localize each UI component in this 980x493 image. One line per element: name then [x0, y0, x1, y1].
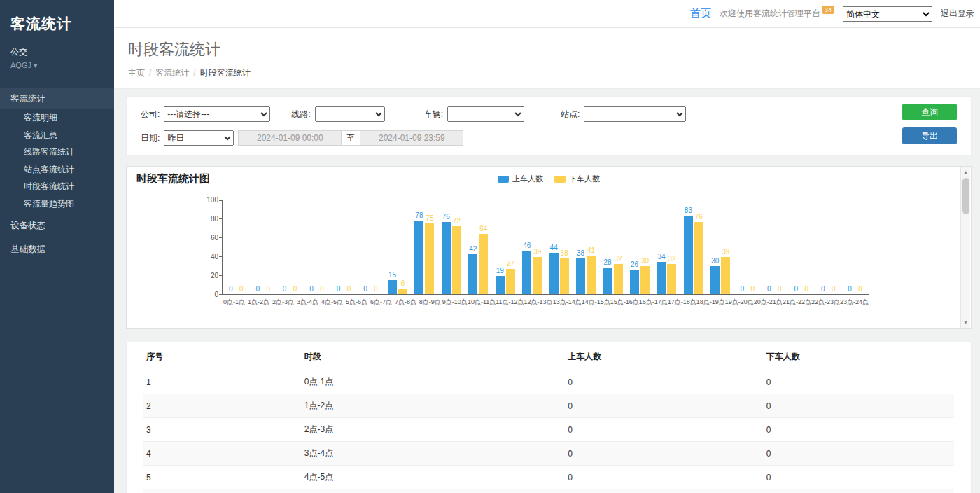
alighting-bar[interactable]: [425, 223, 434, 294]
org-label: 公交: [0, 34, 114, 58]
alighting-bar[interactable]: [452, 226, 461, 294]
boarding-bar[interactable]: [468, 254, 477, 294]
bar-value-label: 15: [388, 272, 396, 279]
bar-wrap: 39: [533, 200, 542, 294]
table-cell: 2: [144, 394, 302, 418]
alighting-bar[interactable]: [587, 256, 596, 294]
alighting-bar[interactable]: [614, 264, 623, 294]
bar-group-0: 00: [223, 200, 249, 294]
data-table-panel: 序号时段上车人数下车人数 10点-1点0021点-2点0032点-3点0043点…: [126, 342, 972, 493]
sidebar-item-0-2[interactable]: 线路客流统计: [0, 144, 114, 161]
boarding-bar[interactable]: [414, 221, 424, 294]
bar-value-label: 64: [479, 225, 487, 232]
bar-value-label: 0: [832, 286, 836, 293]
export-button[interactable]: 导出: [902, 127, 957, 144]
alighting-bar[interactable]: [667, 264, 676, 294]
sidebar-item-0-4[interactable]: 时段客流统计: [0, 178, 114, 195]
sidebar-item-0-5[interactable]: 客流量趋势图: [0, 195, 114, 213]
alighting-bar[interactable]: [694, 222, 704, 294]
language-select[interactable]: 简体中文: [843, 6, 932, 22]
sidebar-section-2[interactable]: 基础数据: [0, 239, 114, 260]
date-preset-select[interactable]: 昨日: [164, 130, 234, 146]
bar-group-11: 4639: [519, 200, 545, 294]
boarding-bar[interactable]: [684, 216, 693, 294]
bar-wrap: 0: [846, 200, 855, 294]
x-axis-label-6: 6点-7点: [369, 298, 393, 307]
boarding-bar[interactable]: [630, 270, 639, 294]
alighting-bar[interactable]: [640, 266, 650, 295]
boarding-bar[interactable]: [550, 253, 559, 294]
start-date-input[interactable]: [238, 130, 342, 146]
table-row-4: 54点-5点00: [144, 466, 954, 489]
boarding-bar[interactable]: [496, 276, 505, 294]
company-select[interactable]: ---请选择---: [164, 106, 270, 122]
legend-item-0[interactable]: 上车人数: [498, 174, 543, 184]
boarding-bar[interactable]: [522, 251, 531, 294]
bar-group-13: 3841: [573, 200, 599, 294]
boarding-bar[interactable]: [388, 280, 397, 294]
bar-value-label: 0: [767, 286, 771, 293]
bar-value-label: 78: [415, 212, 423, 219]
legend-item-1[interactable]: 下车人数: [554, 174, 600, 184]
sidebar-item-0-0[interactable]: 客流明细: [0, 109, 114, 127]
alighting-bar[interactable]: [721, 257, 730, 294]
scroll-down-icon[interactable]: ▼: [961, 318, 970, 328]
column-header-2: 上车人数: [565, 344, 764, 370]
station-label: 站点:: [561, 109, 580, 120]
boarding-bar[interactable]: [710, 266, 720, 295]
end-date-input[interactable]: [360, 130, 463, 146]
notification-badge[interactable]: 34: [822, 6, 834, 14]
line-select[interactable]: [315, 106, 385, 122]
bar-group-9: 4264: [465, 200, 491, 294]
table-row-3: 43点-4点00: [144, 442, 954, 466]
sidebar-section-0[interactable]: 客流统计: [0, 88, 114, 109]
y-axis-label: 20: [193, 272, 218, 279]
bar-wrap: 0: [253, 200, 262, 294]
boarding-bar[interactable]: [603, 268, 612, 294]
bar-wrap: 32: [667, 200, 676, 294]
chart-x-axis: 0点-1点1点-2点2点-3点3点-4点4点-5点5点-6点6点-7点7点-8点…: [222, 298, 869, 307]
sidebar: 客流统计 公交 AQGJ ▾ 客流统计客流明细客流汇总线路客流统计站点客流统计时…: [0, 0, 114, 493]
query-button[interactable]: 查询: [902, 104, 957, 120]
scroll-up-icon[interactable]: ▲: [961, 167, 970, 177]
boarding-bar[interactable]: [442, 222, 451, 294]
alighting-bar[interactable]: [560, 258, 569, 294]
y-axis-label: 60: [193, 234, 218, 242]
table-row-1: 21点-2点00: [144, 394, 954, 418]
x-axis-label-10: 10点-11点: [468, 298, 496, 307]
vehicle-select[interactable]: [447, 106, 524, 122]
x-axis-label-0: 0点-1点: [222, 298, 246, 307]
scrollbar-thumb[interactable]: [962, 178, 969, 214]
company-label: 公司:: [141, 109, 160, 120]
home-link[interactable]: 首页: [690, 7, 711, 20]
bar-value-label: 75: [426, 215, 433, 222]
bar-wrap: 0: [237, 200, 246, 294]
y-axis-tick: [219, 200, 223, 201]
filter-row-2: 日期: 昨日 至: [141, 129, 957, 147]
alighting-bar[interactable]: [506, 269, 515, 295]
alighting-bar[interactable]: [398, 289, 407, 294]
station-select[interactable]: [584, 106, 686, 122]
bar-wrap: 0: [264, 200, 273, 294]
breadcrumb-item-0[interactable]: 主页: [128, 68, 145, 78]
bar-value-label: 30: [711, 258, 719, 265]
breadcrumb-item-1[interactable]: 客流统计: [155, 68, 189, 78]
bar-wrap: 0: [764, 200, 774, 294]
alighting-bar[interactable]: [479, 234, 488, 294]
y-axis-tick: [219, 256, 223, 257]
sidebar-item-0-3[interactable]: 站点客流统计: [0, 161, 114, 179]
user-name: AQGJ: [10, 61, 31, 69]
bar-wrap: 0: [318, 200, 327, 294]
bar-group-2: 00: [276, 200, 303, 294]
bar-wrap: 32: [614, 200, 623, 294]
sidebar-section-1[interactable]: 设备状态: [0, 215, 114, 236]
sidebar-item-0-1[interactable]: 客流汇总: [0, 127, 114, 144]
bar-value-label: 0: [794, 286, 798, 293]
legend-swatch-icon: [498, 176, 509, 183]
chart-scrollbar[interactable]: ▲ ▼: [960, 167, 970, 328]
logout-link[interactable]: 退出登录: [941, 8, 974, 20]
boarding-bar[interactable]: [576, 258, 585, 294]
boarding-bar[interactable]: [657, 262, 666, 294]
alighting-bar[interactable]: [533, 257, 542, 294]
user-menu[interactable]: AQGJ ▾: [0, 58, 114, 70]
